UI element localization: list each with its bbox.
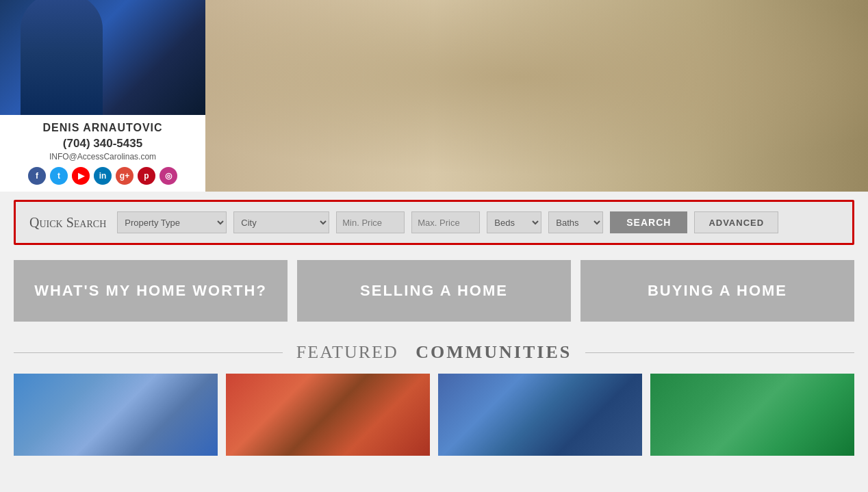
selling-label: SELLING A HOME: [360, 282, 508, 300]
featured-header: FEATURED COMMUNITIES: [14, 342, 854, 363]
buying-label: BUYING A HOME: [648, 282, 787, 300]
agent-info: DENIS ARNAUTOVIC (704) 340-5435 INFO@Acc…: [0, 115, 205, 192]
linkedin-icon[interactable]: in: [94, 167, 112, 185]
facebook-icon[interactable]: f: [28, 167, 46, 185]
agent-card: DENIS ARNAUTOVIC (704) 340-5435 INFO@Acc…: [0, 0, 205, 192]
property-type-select[interactable]: Property Type Single Family Condo Townho…: [117, 211, 227, 233]
agent-email: INFO@AccessCarolinas.com: [8, 152, 197, 161]
instagram-icon[interactable]: ◎: [159, 167, 177, 185]
cta-section: WHAT'S MY HOME WORTH? SELLING A HOME BUY…: [0, 253, 868, 328]
max-price-input[interactable]: [411, 211, 480, 233]
community-image-4: [650, 374, 854, 456]
city-select[interactable]: City Charlotte Raleigh Durham Greensboro…: [233, 211, 329, 233]
search-button[interactable]: SEARCH: [610, 211, 687, 233]
header-line-right: [585, 352, 854, 353]
advanced-button[interactable]: ADVANCED: [694, 211, 778, 233]
googleplus-icon[interactable]: g+: [116, 167, 133, 185]
agent-phone: (704) 340-5435: [8, 137, 197, 151]
agent-name: DENIS ARNAUTOVIC: [8, 122, 197, 134]
buying-button[interactable]: BUYING A HOME: [580, 260, 854, 322]
community-card-1[interactable]: [14, 374, 218, 456]
community-image-1: [14, 374, 218, 456]
hero-section: DENIS ARNAUTOVIC (704) 340-5435 INFO@Acc…: [0, 0, 868, 192]
twitter-icon[interactable]: t: [50, 167, 68, 185]
social-icons-row: f t ▶ in g+ p ◎: [8, 167, 197, 185]
header-line-left: [14, 352, 283, 353]
baths-select[interactable]: Baths 1+ 2+ 3+ 4+: [548, 211, 603, 233]
featured-section: FEATURED COMMUNITIES: [0, 328, 868, 456]
home-worth-label: WHAT'S MY HOME WORTH?: [34, 282, 267, 300]
community-card-4[interactable]: [650, 374, 854, 456]
community-image-2: [226, 374, 430, 456]
home-worth-button[interactable]: WHAT'S MY HOME WORTH?: [14, 260, 288, 322]
pinterest-icon[interactable]: p: [138, 167, 155, 185]
quick-search-bar: Quick Search Property Type Single Family…: [14, 200, 854, 245]
beds-select[interactable]: Beds 1+ 2+ 3+ 4+ 5+: [487, 211, 541, 233]
agent-photo: [0, 0, 205, 115]
selling-button[interactable]: SELLING A HOME: [297, 260, 571, 322]
featured-title-light: FEATURED: [296, 342, 398, 362]
quick-search-label: Quick Search: [29, 215, 106, 231]
communities-grid: [14, 374, 854, 456]
community-card-3[interactable]: [438, 374, 642, 456]
featured-title-bold: COMMUNITIES: [416, 342, 572, 362]
quick-search-wrapper: Quick Search Property Type Single Family…: [0, 192, 868, 253]
min-price-input[interactable]: [336, 211, 405, 233]
community-card-2[interactable]: [226, 374, 430, 456]
youtube-icon[interactable]: ▶: [72, 167, 90, 185]
community-image-3: [438, 374, 642, 456]
featured-title: FEATURED COMMUNITIES: [283, 342, 585, 363]
